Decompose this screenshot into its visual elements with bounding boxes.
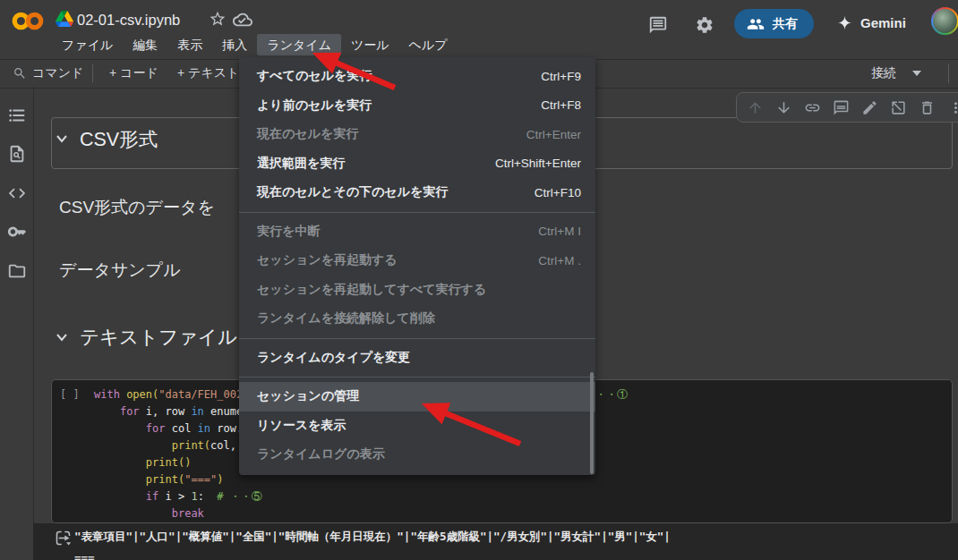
menu-item-shortcut: Ctrl+Enter [526, 128, 581, 141]
menubar-item[interactable]: 表示 [167, 34, 212, 55]
colab-app: 02-01-csv.ipynb ファイル編集表示挿入ランタイムツールヘルプ 共有… [0, 0, 958, 560]
menu-scrollbar-thumb[interactable] [590, 372, 594, 474]
toolbar-divider [92, 64, 93, 82]
colab-logo[interactable] [11, 9, 45, 33]
drive-icon [56, 11, 73, 27]
runtime-menu-item[interactable]: 現在のセルとその下のセルを実行Ctrl+F10 [239, 178, 595, 208]
output-options-button[interactable] [54, 529, 73, 547]
arrow-up-icon [747, 99, 764, 116]
runtime-menu-item[interactable]: すべてのセルを実行Ctrl+F9 [239, 62, 595, 91]
add-comment-button[interactable] [833, 99, 850, 116]
toolbar-divider-right [948, 64, 949, 83]
code-token: col [172, 422, 198, 435]
runtime-menu-item[interactable]: セッションを再起動してすべて実行する [239, 276, 595, 305]
menu-divider [239, 338, 595, 339]
collapse-section2-button[interactable] [56, 333, 68, 342]
runtime-menu-item[interactable]: リソースを表示 [239, 412, 595, 441]
pencil-icon [861, 99, 878, 116]
menubar-item[interactable]: ツール [341, 34, 399, 55]
sidebar-item-secrets[interactable] [7, 222, 27, 242]
run-cell-button[interactable]: [ ] [60, 386, 80, 403]
code-token: "===" [184, 473, 217, 486]
more-options-button[interactable] [947, 99, 958, 116]
delete-cell-button[interactable] [919, 99, 936, 116]
output-text-line1: "表章項目"|"人口"|"概算値"|"全国"|"時間軸（年月日現在）"|"年齢5… [74, 530, 671, 545]
add-code-button[interactable]: + コード [109, 65, 158, 81]
trash-icon [919, 99, 936, 116]
runtime-menu-item[interactable]: ランタイムを接続解除して削除 [239, 304, 595, 334]
menubar-item[interactable]: 編集 [123, 34, 167, 55]
runtime-menu-item[interactable]: 実行を中断Ctrl+M I [239, 217, 595, 247]
people-icon [747, 15, 765, 33]
code-line: for i, row in enumer [94, 403, 262, 420]
arrow-down-icon [775, 99, 792, 116]
code-icon [7, 183, 27, 203]
move-cell-down-button[interactable] [775, 99, 792, 116]
menu-item-label: ランタイムのタイプを変更 [257, 350, 410, 366]
code-token [94, 439, 172, 452]
avatar[interactable] [931, 7, 958, 35]
runtime-menu: すべてのセルを実行Ctrl+F9より前のセルを実行Ctrl+F8現在のセルを実行… [239, 57, 595, 475]
menubar-item[interactable]: ランタイム [257, 34, 341, 55]
code-token: i, row [146, 405, 192, 418]
markdown-paragraph-1: CSV形式のデータを [59, 196, 215, 219]
runtime-menu-item[interactable]: より前のセルを実行Ctrl+F8 [239, 91, 595, 121]
star-icon[interactable] [209, 10, 227, 28]
runtime-menu-item[interactable]: セッションの管理 [239, 382, 595, 412]
open-in-tab-icon [890, 99, 907, 116]
runtime-menu-item[interactable]: 現在のセルを実行Ctrl+Enter [239, 120, 595, 149]
notebook-filename[interactable]: 02-01-csv.ipynb [77, 12, 180, 29]
runtime-menu-item[interactable]: ランタイムログの表示 [239, 440, 595, 470]
folder-icon [7, 261, 27, 281]
runtime-menu-item[interactable]: ランタイムのタイプを変更 [239, 344, 595, 373]
gemini-button[interactable]: Gemini [836, 14, 906, 31]
menu-item-label: より前のセルを実行 [257, 98, 372, 114]
gemini-label: Gemini [860, 15, 906, 30]
sidebar-item-code[interactable] [7, 183, 27, 203]
menu-item-shortcut: Ctrl+M . [538, 254, 581, 267]
collapse-section1-button[interactable] [56, 134, 68, 143]
code-token: if [146, 490, 166, 503]
sidebar-item-find[interactable] [7, 144, 27, 164]
code-token: for [120, 405, 146, 418]
code-token [94, 405, 120, 418]
menu-item-label: 現在のセルを実行 [257, 126, 358, 142]
gear-icon [695, 15, 714, 35]
add-text-button[interactable]: + テキスト [177, 65, 239, 81]
code-token: in [198, 422, 210, 435]
sidebar-item-toc[interactable] [7, 106, 27, 125]
comment-button[interactable] [648, 15, 668, 35]
menu-item-label: リソースを表示 [257, 418, 346, 434]
cell-output: "表章項目"|"人口"|"概算値"|"全国"|"時間軸（年月日現在）"|"年齢5… [33, 523, 958, 560]
mirror-cell-button[interactable] [890, 99, 907, 116]
command-palette-button[interactable]: コマンド [32, 65, 83, 81]
copy-link-button[interactable] [804, 99, 821, 116]
move-cell-up-button[interactable] [747, 99, 764, 116]
code-token [94, 422, 146, 435]
menubar-item[interactable]: ファイル [52, 34, 123, 55]
code-editor[interactable]: with open("data/FEH_0020 for i, row in e… [94, 386, 262, 522]
runtime-menu-list: すべてのセルを実行Ctrl+F9より前のセルを実行Ctrl+F8現在のセルを実行… [239, 62, 595, 470]
runtime-menu-item[interactable]: 選択範囲を実行Ctrl+Shift+Enter [239, 149, 595, 179]
code-token: i > [165, 490, 191, 503]
menubar-item[interactable]: ヘルプ [399, 34, 458, 55]
cell-toolbar [736, 92, 958, 123]
code-line: with open("data/FEH_0020 [94, 386, 262, 403]
menubar-item[interactable]: 挿入 [212, 34, 257, 55]
sidebar-item-files[interactable] [7, 261, 27, 281]
code-token: ) [217, 473, 223, 486]
code-token: with [94, 388, 126, 401]
connect-button[interactable]: 接続 [871, 65, 921, 81]
runtime-menu-item[interactable]: セッションを再起動するCtrl+M . [239, 246, 595, 276]
menu-item-label: セッションを再起動してすべて実行する [257, 282, 486, 298]
menu-divider [239, 377, 595, 378]
code-token: "data/FEH_0020 [158, 388, 249, 401]
share-button[interactable]: 共有 [734, 9, 814, 38]
menu-item-label: セッションを再起動する [257, 252, 398, 268]
menu-item-shortcut: Ctrl+M I [538, 225, 581, 238]
edit-cell-button[interactable] [861, 99, 878, 116]
cloud-done-icon [233, 10, 252, 30]
left-sidebar [0, 87, 34, 560]
code-line: print() [94, 454, 262, 471]
settings-button[interactable] [695, 15, 714, 35]
